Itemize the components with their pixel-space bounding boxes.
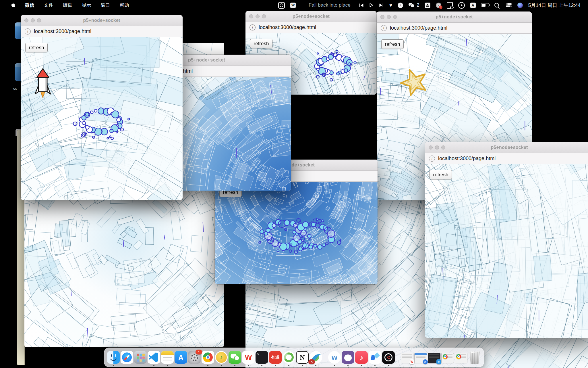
minimize-button[interactable]	[387, 15, 391, 19]
battery-icon[interactable]	[481, 3, 489, 7]
qq-music-status-icon[interactable]: ♪	[398, 3, 403, 8]
dock-launchpad-icon[interactable]	[134, 351, 147, 364]
control-center-icon[interactable]	[506, 3, 512, 7]
dock-wapp-icon[interactable]: w	[328, 351, 341, 364]
url-text[interactable]: localhost:3000/page.html	[390, 25, 447, 31]
dock-vscode-icon[interactable]	[148, 351, 160, 364]
menubar-app-menu[interactable]: 微信	[20, 2, 39, 8]
window-a-page[interactable]: refresh	[21, 37, 183, 200]
window-a[interactable]: p5+node+socket i localhost:3000/page.htm…	[21, 15, 183, 200]
dock-youdao-icon[interactable]: 有道	[269, 351, 282, 364]
info-icon[interactable]: i	[429, 156, 435, 162]
close-button[interactable]	[429, 145, 433, 150]
wps-status-icon[interactable]: W	[290, 3, 296, 8]
running-indicator	[153, 365, 154, 366]
address-bar[interactable]: i localhost:3000/page.html	[245, 22, 377, 33]
next-track-icon[interactable]	[379, 3, 384, 7]
running-indicator	[261, 365, 262, 366]
close-button[interactable]	[24, 18, 28, 22]
dock-min-chrome-a-minimized-window[interactable]	[441, 351, 454, 364]
menubar-file[interactable]: 文件	[39, 2, 58, 8]
running-indicator	[334, 365, 335, 366]
siri-icon[interactable]	[517, 3, 523, 8]
dock-qqmusic-icon[interactable]: ♪	[215, 351, 228, 364]
dock-chrome-icon[interactable]	[202, 351, 214, 364]
menubar-window[interactable]: 窗口	[96, 2, 115, 8]
window-g-titlebar[interactable]: p5+node+socket	[377, 12, 532, 23]
dock: A1♪W>_有道N✕w♪W✉‹›	[104, 348, 484, 367]
window-d-titlebar[interactable]: p5+node+socket	[245, 11, 377, 22]
menubar-view[interactable]: 显示	[77, 2, 96, 8]
menubar-help[interactable]: 帮助	[115, 2, 134, 8]
zoom-button[interactable]	[262, 14, 266, 18]
dock-notes-icon[interactable]	[161, 351, 174, 364]
close-button[interactable]	[249, 14, 253, 18]
minimize-button[interactable]	[256, 14, 260, 18]
url-text[interactable]: localhost:3000/page.html	[259, 24, 316, 30]
dock-appstore-icon[interactable]: A	[175, 351, 187, 364]
previous-track-icon[interactable]	[359, 3, 364, 7]
favorite-heart-icon[interactable]: ♥	[389, 3, 392, 8]
dock-trash-icon[interactable]	[468, 351, 481, 364]
dock-proxy-icon[interactable]	[283, 351, 295, 364]
wechat-status-icon[interactable]	[409, 3, 414, 7]
window-title: p5+node+socket	[21, 18, 183, 23]
screen-record-status-icon[interactable]	[278, 2, 285, 9]
window-h[interactable]: p5+node+socket i localhost:3000/page.htm…	[425, 142, 588, 338]
spotlight-icon[interactable]	[494, 3, 499, 7]
minimize-button[interactable]	[31, 18, 35, 22]
refresh-button[interactable]: refresh	[250, 39, 272, 48]
info-icon[interactable]: i	[381, 25, 387, 31]
dock-wps-icon[interactable]: W	[242, 351, 255, 364]
info-icon[interactable]: i	[249, 24, 256, 30]
window-f-page[interactable]: refresh	[215, 182, 378, 284]
apple-menu-icon[interactable]	[7, 3, 20, 8]
refresh-button[interactable]: refresh	[430, 170, 452, 179]
url-text[interactable]: localhost:3000/page.html	[438, 156, 496, 162]
eject-status-icon[interactable]	[425, 3, 430, 8]
running-indicator	[302, 365, 303, 366]
dock-min-wps-minimized-window[interactable]: W	[401, 351, 413, 364]
play-icon[interactable]	[369, 3, 374, 7]
dock-wechat-icon[interactable]	[229, 351, 241, 364]
input-method-icon[interactable]: A	[470, 3, 476, 8]
player-status-icon[interactable]	[458, 2, 465, 9]
window-h-titlebar[interactable]: p5+node+socket	[425, 142, 588, 153]
dock-min-vscode-minimized-window[interactable]: ‹›	[428, 351, 440, 364]
info-icon[interactable]: i	[25, 28, 31, 34]
window-title: p5+node+socket	[377, 14, 532, 20]
doc-search-status-icon[interactable]	[447, 2, 453, 9]
minimize-button[interactable]	[435, 145, 439, 150]
dock-finder-icon[interactable]	[107, 351, 120, 364]
zoom-button[interactable]	[37, 18, 41, 22]
dock-music-icon[interactable]: ♪	[355, 351, 368, 364]
dock-recorder-icon[interactable]	[382, 351, 395, 364]
dock-min-bluedoc-minimized-window[interactable]: ✉	[414, 351, 427, 364]
refresh-button[interactable]: refresh	[25, 43, 48, 52]
zoom-button[interactable]	[441, 145, 445, 150]
refresh-button[interactable]: refresh	[381, 39, 404, 49]
menubar-edit[interactable]: 编辑	[58, 2, 77, 8]
url-text[interactable]: localhost:3000/page.html	[34, 28, 91, 34]
dock-safari-icon[interactable]	[121, 351, 133, 364]
dock-tencent-icon[interactable]	[369, 351, 381, 364]
running-indicator	[275, 365, 276, 366]
address-bar[interactable]: i localhost:3000/page.html	[377, 23, 532, 34]
address-bar[interactable]: i localhost:3000/page.html	[425, 153, 588, 164]
dock-terminal-icon[interactable]: >_	[256, 351, 268, 364]
zoom-button[interactable]	[393, 15, 397, 19]
dock-min-chrome-b-minimized-window[interactable]	[455, 351, 467, 364]
dock-notion-icon[interactable]: N	[296, 351, 309, 364]
address-bar[interactable]: i localhost:3000/page.html	[21, 26, 183, 37]
menubar-clock[interactable]: 5月14日 周日 上午12:44	[528, 2, 581, 9]
running-indicator	[315, 365, 316, 366]
window-a-titlebar[interactable]: p5+node+socket	[21, 15, 183, 26]
dock-bird-icon[interactable]: ✕	[310, 351, 322, 364]
close-button[interactable]	[380, 15, 384, 19]
window-h-page[interactable]: refresh	[425, 164, 588, 338]
running-indicator	[388, 365, 389, 366]
dock-github-icon[interactable]	[342, 351, 354, 364]
dock-settings-icon[interactable]: 1	[188, 351, 201, 364]
cleaner-status-icon[interactable]: ✕	[436, 3, 441, 8]
running-indicator	[288, 365, 289, 366]
